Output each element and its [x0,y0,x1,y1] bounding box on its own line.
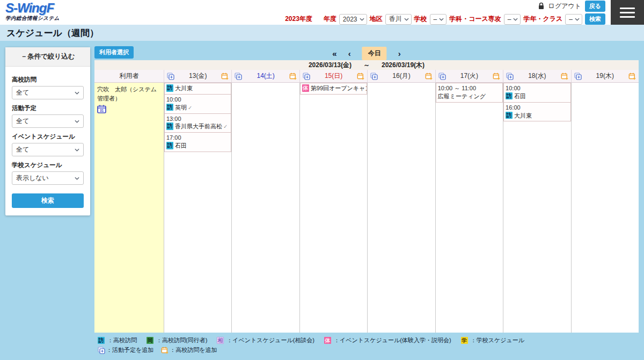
legend-item: 相：イベントスケジュール(相談会) [217,336,314,344]
day-column-1[interactable] [232,83,299,333]
day-column-3[interactable] [368,83,435,333]
legend-item: ：活動予定を追加 [98,346,153,354]
add-activity-icon[interactable] [506,73,514,80]
chevron-down-icon [513,18,518,21]
add-visit-icon[interactable] [289,73,297,80]
add-activity-icon [506,73,514,80]
event-time: 10:00 ～ 11:00 [438,84,501,92]
sidebar-filter-label-2: イベントスケジュール [12,133,84,141]
logo-subtitle: 学内総合情報システム [5,15,86,22]
check-icon: ✓ [188,105,192,111]
event-title: 訪香川県大手前高松✓ [166,123,229,131]
logo-title: S-WingF [5,2,86,15]
date-range: 2026/03/13(金) ～ 2026/03/19(木) [94,60,639,70]
event-title: 体第99回オープンキャンパス [302,84,365,92]
add-visit-icon [628,73,636,80]
day-column-0[interactable]: 訪大川東10:00訪英明✓13:00訪香川県大手前高松✓17:00訪石田 [164,83,232,333]
add-activity-icon[interactable] [574,73,582,80]
day-column-5[interactable]: 10:00訪石田16:00訪大川東 [503,83,571,333]
header-filter-label-1: 地区 [370,15,383,24]
day-header-2: 15(日) [300,70,368,82]
add-visit-icon[interactable] [628,73,636,80]
day-header-0: 13(金) [164,70,232,82]
header-filter-select-2[interactable]: – [430,14,447,25]
add-visit-icon [289,73,297,80]
calendar-header-row: 利用者 13(金)14(土)15(日)16(月)17(火)18(水)19(木) [94,70,639,83]
event[interactable]: 17:00訪石田 [164,132,231,152]
add-visit-icon[interactable] [493,73,500,80]
sidebar-search-button[interactable]: 検索 [12,193,84,208]
add-visit-icon [161,347,169,354]
event-time: 16:00 [506,104,568,112]
menu-button[interactable] [611,0,644,25]
today-button[interactable]: 今日 [362,47,387,60]
add-activity-icon [235,73,242,80]
lock-icon [538,2,545,10]
header-filter-label-0: 年度 [324,15,336,24]
event-title: 広報ミーティング [438,92,501,100]
header-filter-select-3-value: – [508,16,511,23]
add-activity-icon[interactable] [438,73,446,80]
event[interactable]: 10:00訪英明✓ [164,94,231,114]
back-button[interactable]: 戻る [585,1,605,12]
event-badge: 訪 [506,92,513,100]
add-activity-icon[interactable] [167,73,174,80]
user-name: 穴吹 太郎（システム管理者） [97,85,161,103]
add-visit-icon[interactable] [425,73,433,80]
day-label-4: 17(火) [460,71,478,81]
add-activity-icon [303,73,310,80]
day-label-5: 18(水) [528,71,546,81]
add-activity-icon [370,73,378,80]
app-logo[interactable]: S-WingF 学内総合情報システム [5,2,86,25]
add-visit-icon[interactable] [561,73,568,80]
sidebar-filter-label-3: 学校スケジュール [12,161,84,169]
day-column-4[interactable]: 10:00 ～ 11:00広報ミーティング [436,83,503,333]
add-activity-icon[interactable] [303,73,310,80]
legend-item: 訪：高校訪問 [98,336,137,344]
add-activity-icon[interactable] [370,73,378,80]
day-column-6[interactable] [572,83,639,333]
day-header-3: 16(月) [368,70,435,82]
add-visit-icon[interactable] [357,73,364,80]
day-header-5: 18(水) [503,70,571,82]
event[interactable]: 10:00 ～ 11:00広報ミーティング [436,83,503,103]
logout-link[interactable]: ログアウト [548,2,581,11]
legend-label: ：イベントスケジュール(体験入学・説明会) [334,336,451,344]
fiscal-year-text: 2023年度 [285,15,312,24]
calendar-body-row: 穴吹 太郎（システム管理者） 31 訪大川東10:00訪英明✓13:00訪香川県… [94,83,639,333]
header-search-button[interactable]: 検索 [585,13,605,25]
menu-bar [620,8,635,9]
sidebar-filter-select-2[interactable]: 全て [12,143,84,156]
sidebar-filter-label-1: 活動予定 [12,104,84,112]
day-column-2[interactable]: 体第99回オープンキャンパス [300,83,368,333]
prev-week-button[interactable]: « [332,49,336,57]
add-visit-icon[interactable] [221,73,229,80]
day-label-2: 15(日) [325,71,342,81]
sidebar-filter-select-1[interactable]: 全て [12,114,84,128]
next-button[interactable]: › [398,49,401,57]
sidebar-title[interactable]: －条件で絞り込む [5,47,90,67]
header-filter-select-4[interactable]: – [565,14,582,25]
sidebar-filter-select-3-value: 表示しない [16,174,49,183]
sidebar-filter-select-3[interactable]: 表示しない [12,171,84,185]
sidebar-filter-select-0[interactable]: 全て [12,86,84,99]
prev-button[interactable]: ‹ [348,49,351,57]
add-activity-icon [167,73,174,80]
header-filter-select-0-value: 2023 [343,16,357,23]
add-activity-icon[interactable] [235,73,242,80]
header-filter-select-1[interactable]: 香川 [385,14,412,25]
legend-item: 体：イベントスケジュール(体験入学・説明会) [324,336,451,344]
user-select-button[interactable]: 利用者選択 [94,46,134,59]
event[interactable]: 13:00訪香川県大手前高松✓ [164,113,231,133]
event[interactable]: 10:00訪石田 [503,83,570,103]
legend-label: ：高校訪問 [107,336,137,344]
header-filter-select-3[interactable]: – [504,14,521,25]
header-filter-select-0[interactable]: 2023 [339,14,367,25]
event[interactable]: 訪大川東 [164,83,231,95]
user-calendar-icon[interactable]: 31 [97,105,106,113]
check-icon: ✓ [223,124,228,129]
legend-label: ：高校訪問(同行者) [156,336,207,344]
header-filter-select-1-value: 香川 [389,15,402,24]
event[interactable]: 体第99回オープンキャンパス [300,83,367,95]
event[interactable]: 16:00訪大川東 [503,102,570,122]
